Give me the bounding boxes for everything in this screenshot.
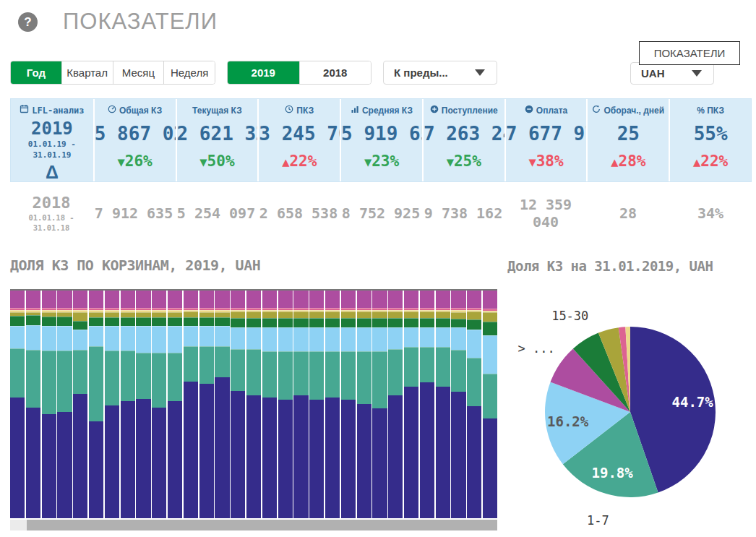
bar-day-22[interactable]: [341, 289, 356, 518]
bar-segment-olive: [89, 312, 103, 318]
bar-segment-light-blue: [57, 326, 72, 351]
bar-segment-olive: [184, 312, 198, 317]
bar-day-8[interactable]: [121, 289, 135, 518]
currency-dropdown[interactable]: UAH: [630, 62, 714, 85]
tab-year-2019[interactable]: 2019: [228, 61, 299, 84]
bar-day-2[interactable]: [26, 289, 40, 518]
bar-day-28[interactable]: [436, 289, 450, 518]
bar-segment-light-blue: [357, 327, 371, 351]
bar-segment-teal: [404, 347, 418, 387]
bar-segment-green: [278, 318, 293, 327]
bar-segment-olive: [278, 312, 293, 318]
bar-segment-green: [483, 322, 497, 335]
bar-segment-teal: [436, 347, 450, 387]
bar-segment-teal: [483, 374, 497, 419]
kpi-delta: ▼50%: [177, 149, 258, 174]
bar-segment-green: [73, 321, 87, 330]
bar-segment-green: [341, 318, 356, 327]
bar-segment-teal: [357, 351, 371, 404]
bar-day-4[interactable]: [57, 289, 72, 518]
triangle-up-icon: ▲: [282, 155, 289, 169]
bar-day-27[interactable]: [420, 289, 434, 518]
bar-segment-teal: [136, 353, 150, 399]
bar-day-24[interactable]: [372, 289, 387, 518]
year-switcher: 20192018: [227, 61, 371, 85]
kpi-header: Оборач., дней: [588, 103, 669, 119]
bar-segment-magenta-top: [231, 289, 245, 308]
scrollbar-thumb[interactable]: [27, 520, 497, 530]
bar-day-30[interactable]: [467, 289, 481, 518]
bar-segment-indigo-bottom: [293, 395, 308, 518]
bar-day-12[interactable]: [184, 289, 198, 518]
tab-year-2018[interactable]: 2018: [299, 61, 371, 84]
bar-day-31[interactable]: [483, 289, 497, 518]
bar-segment-green: [357, 318, 371, 327]
bar-segment-light-blue: [26, 325, 40, 350]
tab-period-год[interactable]: Год: [11, 61, 61, 84]
bar-segment-teal: [184, 346, 198, 382]
bar-segment-olive: [246, 312, 261, 318]
previous-year-value: 7 912 635: [93, 205, 175, 222]
bar-day-25[interactable]: [388, 289, 403, 518]
bar-day-13[interactable]: [199, 289, 214, 518]
bar-segment-olive: [199, 312, 214, 318]
kpi-column: Оплата7 677 974▼38%: [504, 99, 587, 181]
bar-day-7[interactable]: [105, 289, 119, 518]
kpi-header: ПКЗ: [259, 103, 340, 119]
bar-segment-olive: [309, 312, 324, 318]
dashboard: ? ПОКАЗАТЕЛИ ГодКварталМесяцНеделя 20192…: [0, 0, 756, 537]
bar-day-16[interactable]: [246, 289, 261, 518]
bar-segment-magenta-top: [26, 289, 40, 308]
bar-day-15[interactable]: [231, 289, 245, 518]
bar-day-1[interactable]: [10, 289, 25, 518]
triangle-down-icon: ▼: [199, 155, 207, 169]
kpi-column: Общая КЗ5 867 027▼26%: [93, 99, 176, 181]
kpi-value: 3 245 700: [259, 119, 340, 149]
bar-segment-green: [246, 318, 261, 327]
bar-segment-olive: [325, 312, 340, 318]
bar-segment-olive: [467, 312, 481, 319]
sheet-title-box[interactable]: ПОКАЗАТЕЛИ: [639, 41, 740, 65]
chevron-down-icon: [692, 70, 702, 77]
bar-day-19[interactable]: [293, 289, 308, 518]
kpi-value: 5 919 659: [341, 119, 422, 149]
bar-day-21[interactable]: [325, 289, 340, 518]
bar-day-14[interactable]: [215, 289, 229, 518]
currency-dropdown-label: UAH: [641, 67, 665, 80]
bar-segment-light-blue: [451, 327, 465, 350]
bar-segment-magenta-top: [436, 289, 450, 308]
bar-segment-teal: [73, 350, 87, 394]
bar-segment-light-blue: [121, 326, 135, 351]
bar-day-20[interactable]: [309, 289, 324, 518]
bar-day-18[interactable]: [278, 289, 293, 518]
bar-day-10[interactable]: [152, 289, 166, 518]
kpi-delta-value: 26%: [125, 152, 153, 170]
bar-day-5[interactable]: [73, 289, 87, 518]
kpi-delta-value: 22%: [700, 152, 728, 170]
bar-segment-magenta-top: [262, 289, 277, 308]
previous-year-value: 8 752 925: [340, 205, 422, 222]
bar-day-3[interactable]: [42, 289, 56, 518]
tab-period-неделя[interactable]: Неделя: [163, 61, 215, 84]
bar-day-17[interactable]: [262, 289, 277, 518]
kpi-period-year: 2019: [11, 119, 93, 139]
bar-segment-green: [404, 318, 418, 327]
bar-segment-light-blue: [42, 326, 56, 351]
bar-day-9[interactable]: [136, 289, 150, 518]
kpi-label: % ПКЗ: [697, 103, 724, 118]
help-icon[interactable]: ?: [18, 12, 38, 32]
bar-day-11[interactable]: [168, 289, 182, 518]
bar-day-23[interactable]: [357, 289, 371, 518]
tab-period-квартал[interactable]: Квартал: [61, 61, 113, 84]
chevron-down-icon: [475, 69, 485, 76]
compare-dropdown[interactable]: К преды...: [383, 61, 497, 85]
triangle-up-icon: ▲: [693, 155, 700, 169]
previous-year-cell: 9 738 162: [422, 185, 504, 241]
kpi-header: Общая КЗ: [95, 103, 176, 119]
bar-day-6[interactable]: [89, 289, 103, 518]
gauge-icon: [108, 103, 116, 118]
tab-period-месяц[interactable]: Месяц: [113, 61, 164, 84]
bar-day-29[interactable]: [451, 289, 465, 518]
bar-segment-magenta-top: [199, 289, 214, 308]
bar-day-26[interactable]: [404, 289, 418, 518]
